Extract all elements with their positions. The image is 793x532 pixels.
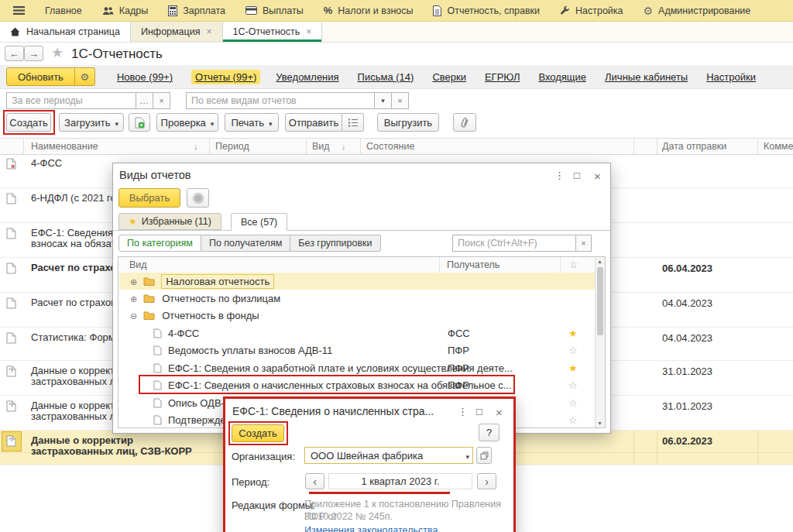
menu-item-taxes[interactable]: % Налоги и взносы [314,0,424,22]
document-icon [153,328,162,338]
law-changes-link[interactable]: Изменения законодательства [304,525,438,532]
load-button[interactable]: Загрузить [59,113,124,132]
tab-favorites[interactable]: Избранные (11) [118,213,221,230]
close-icon[interactable] [594,170,601,183]
scroll-up-icon[interactable]: ▲ [597,259,602,264]
clear-search-button[interactable] [576,235,592,252]
report-type-filter-input[interactable] [186,92,375,109]
previous-period-button[interactable] [305,473,324,489]
column-kind[interactable]: Вид [312,141,330,152]
column-sent-date[interactable]: Дата отправки [662,141,726,152]
menu-item-salary[interactable]: Зарплата [158,0,235,22]
maximize-icon[interactable] [476,406,482,417]
select-button[interactable]: Выбрать [118,188,180,208]
scroll-down-icon[interactable]: ▼ [597,420,602,426]
help-button[interactable]: ? [479,424,499,441]
clear-report-type-button[interactable] [392,92,409,109]
maximize-icon[interactable] [574,170,580,181]
link-reports[interactable]: Отчеты (99+) [191,70,260,84]
menu-item-staff[interactable]: Кадры [92,0,158,22]
tree-row-efs1-contributions[interactable]: ЕФС-1: Сведения о начисленных страховых … [119,376,596,393]
close-icon[interactable] [496,406,503,419]
tree-row-4fss[interactable]: 4-ФСС ФСС [119,324,596,342]
tree-row-funds-reporting[interactable]: Отчетность в фонды [119,307,596,324]
load-from-file-button[interactable] [129,113,150,132]
search-input[interactable] [452,235,576,252]
back-button[interactable] [5,46,24,61]
column-comment[interactable]: Коммент [764,141,793,152]
more-icon[interactable] [554,170,565,181]
close-icon[interactable] [306,27,311,36]
expand-icon[interactable] [130,276,137,287]
favorite-star-icon[interactable] [568,414,578,426]
menu-item-payments[interactable]: Выплаты [235,0,314,22]
tab-all[interactable]: Все (57) [231,213,287,231]
favorite-star-icon[interactable] [568,397,578,409]
no-grouping-button[interactable]: Без группировки [290,235,380,252]
group-by-category-button[interactable]: По категориям [118,235,201,252]
send-options-button[interactable] [342,113,364,132]
link-notifications[interactable]: Уведомления [276,71,338,83]
tab-information[interactable]: Информация [131,22,223,42]
tab-home-page[interactable]: Начальная страница [0,22,131,42]
main-menu-button[interactable] [3,0,35,22]
print-button[interactable]: Печать [225,113,279,132]
tree-row-adv11[interactable]: Ведомость уплаты взносов АДВ-11 ПФР [119,342,596,359]
tab-1c-reporting[interactable]: 1С-Отчетность [223,22,323,42]
favorite-star-icon[interactable]: ★ [51,44,64,61]
menu-item-main[interactable]: Главное [35,0,92,22]
group-by-receiver-button[interactable]: По получателям [201,235,290,252]
scrollbar[interactable]: ▲ ▼ [595,257,605,427]
more-icon[interactable] [458,406,468,417]
organization-combo[interactable]: ООО Швейная фабрика [304,447,473,464]
menu-item-settings[interactable]: Настройка [550,0,633,22]
forward-button[interactable] [24,46,43,61]
column-period[interactable]: Период [215,141,249,152]
tree-row-efs1-salary[interactable]: ЕФС-1: Сведения о заработной плате и усл… [119,359,596,376]
clear-period-button[interactable] [153,92,170,109]
link-personal-accounts[interactable]: Личные кабинеты [605,71,688,83]
menu-item-administration[interactable]: Администрирование [633,0,761,22]
link-reconciliation[interactable]: Сверки [432,71,466,83]
period-picker-button[interactable] [136,92,153,109]
tree-row-tax-reporting[interactable]: Налоговая отчетность [119,273,596,290]
period-filter-input[interactable] [6,92,136,109]
check-button[interactable]: Проверка [156,113,218,132]
favorite-star-icon[interactable] [568,379,578,391]
column-kind[interactable]: Вид [129,259,147,270]
scrollbar-thumb[interactable] [597,267,603,335]
link-egrul[interactable]: ЕГРЮЛ [485,71,520,83]
close-icon[interactable] [207,27,212,36]
send-button[interactable]: Отправить [285,113,342,132]
open-organization-button[interactable] [476,447,492,464]
next-period-button[interactable] [477,473,496,489]
collapse-icon[interactable] [130,310,137,321]
report-name-line2: застрахованных лиц, СЗВ-КОРР [31,446,192,457]
report-type-dropdown-button[interactable] [375,92,392,109]
column-favorite-icon[interactable] [569,259,578,270]
attachments-button[interactable] [453,113,476,132]
refresh-button[interactable]: Обновить [6,67,75,86]
favorite-star-icon[interactable] [568,362,578,374]
refresh-settings-gear-button[interactable] [75,67,95,86]
round-icon-button[interactable] [187,188,209,208]
star-icon [129,216,137,227]
column-name[interactable]: Наименование [31,141,98,152]
link-incoming[interactable]: Входящие [538,71,586,83]
create-button[interactable]: Создать [6,113,51,132]
expand-icon[interactable] [130,293,137,304]
column-state[interactable]: Состояние [366,141,414,152]
divider [113,230,610,231]
menu-item-reporting[interactable]: Отчетность, справки [423,0,550,22]
tree-row-individuals-reporting[interactable]: Отчетность по физлицам [119,290,596,307]
dropdown-caret-icon[interactable] [465,450,469,462]
period-value-box[interactable]: 1 квартал 2023 г. [328,473,472,489]
favorite-star-icon[interactable] [568,345,578,356]
export-button[interactable]: Выгрузить [377,113,439,132]
favorite-star-icon[interactable] [568,328,578,339]
link-settings[interactable]: Настройки [706,71,756,83]
link-letters[interactable]: Письма (14) [358,71,414,83]
column-receiver[interactable]: Получатель [447,259,499,270]
link-new[interactable]: Новое (99+) [117,71,173,83]
create-report-button[interactable]: Создать [232,424,284,442]
